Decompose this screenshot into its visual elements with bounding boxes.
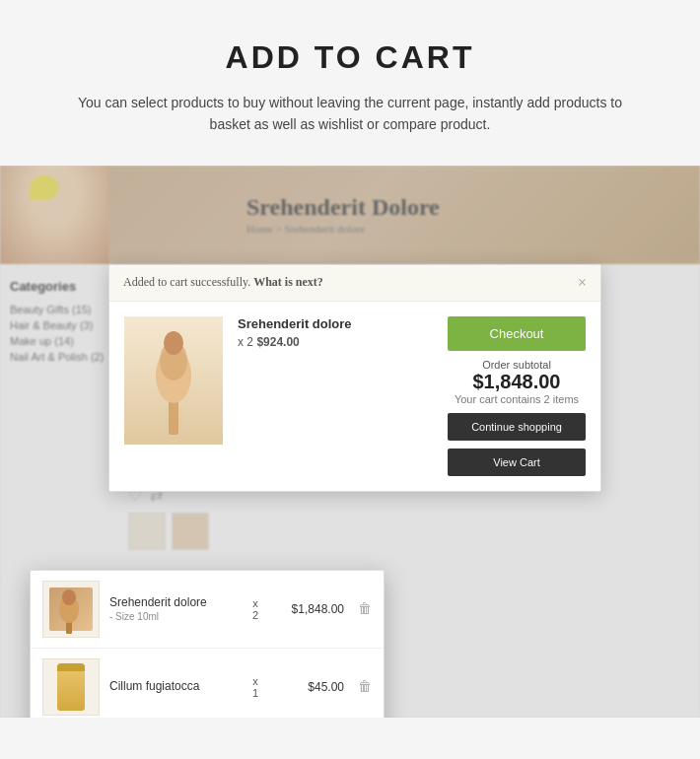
what-next-label: What is next? bbox=[253, 275, 323, 289]
mini-cart-name-1: Srehenderit dolore bbox=[109, 595, 231, 611]
popup-qty-value: 2 bbox=[246, 335, 253, 349]
subtotal-amount: $1,848.00 bbox=[448, 371, 586, 393]
mini-cart-item-2: Cillum fugiatocca x 1 $45.00 🗑 bbox=[31, 649, 384, 718]
mini-cart-thumb-1 bbox=[42, 581, 100, 638]
bottle-thumb bbox=[57, 663, 85, 711]
cart-contains-text: Your cart contains 2 items bbox=[455, 393, 579, 405]
mini-cart-qty-1: x 2 bbox=[241, 597, 270, 621]
page-description: You can select products to buy without l… bbox=[59, 92, 641, 136]
popup-product-qty-price: x 2 $924.00 bbox=[238, 335, 433, 349]
mini-cart-dropdown: Srehenderit dolore - Size 10ml x 2 $1,84… bbox=[30, 570, 385, 718]
continue-shopping-button[interactable]: Continue shopping bbox=[448, 413, 586, 441]
popup-body: Srehenderit dolore x 2 $924.00 Checkout … bbox=[109, 302, 600, 491]
mini-cart-qty-val-1: 2 bbox=[252, 609, 258, 621]
popup-header: Added to cart successfully. What is next… bbox=[109, 265, 600, 302]
mini-cart-size-1: - Size 10ml bbox=[109, 611, 231, 622]
mini-cart-delete-1[interactable]: 🗑 bbox=[358, 601, 372, 617]
popup-view-cart-button[interactable]: View Cart bbox=[448, 448, 586, 476]
popup-qty-label: x bbox=[238, 335, 244, 349]
order-subtotal-label: Order subtotal bbox=[482, 359, 551, 371]
popup-subtotal: Order subtotal $1,848.00 Your cart conta… bbox=[448, 359, 586, 405]
popup-close-button[interactable]: × bbox=[578, 275, 587, 291]
mini-cart-name-2: Cillum fugiatocca bbox=[109, 679, 231, 695]
svg-point-6 bbox=[62, 589, 76, 605]
popup-product-name: Srehenderit dolore bbox=[238, 316, 433, 331]
mini-cart-delete-2[interactable]: 🗑 bbox=[358, 679, 372, 695]
popup-product-info: Srehenderit dolore x 2 $924.00 bbox=[238, 316, 433, 476]
popup-checkout-button[interactable]: Checkout bbox=[448, 316, 586, 351]
popup-product-price: $924.00 bbox=[256, 335, 299, 349]
header-section: ADD TO CART You can select products to b… bbox=[0, 0, 700, 166]
brush-thumb bbox=[49, 587, 93, 631]
mini-cart-qty-prefix-2: x bbox=[252, 675, 258, 687]
mini-cart-details-2: Cillum fugiatocca bbox=[109, 679, 231, 695]
brush-image bbox=[124, 316, 223, 445]
popup-actions: Checkout Order subtotal $1,848.00 Your c… bbox=[448, 316, 586, 476]
added-to-cart-popup: Added to cart successfully. What is next… bbox=[108, 264, 601, 492]
mini-cart-details-1: Srehenderit dolore - Size 10ml bbox=[109, 595, 231, 622]
mini-cart-qty-2: x 1 bbox=[241, 675, 270, 699]
popup-product-image bbox=[124, 316, 223, 445]
mini-cart-qty-val-2: 1 bbox=[252, 687, 258, 699]
added-success-label: Added to cart successfully. bbox=[123, 275, 250, 289]
svg-point-3 bbox=[164, 331, 183, 355]
mini-cart-thumb-2 bbox=[42, 658, 100, 716]
mini-cart-qty-prefix-1: x bbox=[252, 597, 258, 609]
popup-success-text: Added to cart successfully. What is next… bbox=[123, 275, 323, 290]
content-area: Srehenderit Dolore Home > Srehenderit do… bbox=[0, 166, 700, 718]
mini-cart-item-1: Srehenderit dolore - Size 10ml x 2 $1,84… bbox=[31, 571, 384, 649]
mini-cart-price-2: $45.00 bbox=[280, 680, 344, 694]
mini-cart-price-1: $1,848.00 bbox=[280, 602, 344, 616]
page-title: ADD TO CART bbox=[59, 39, 641, 76]
